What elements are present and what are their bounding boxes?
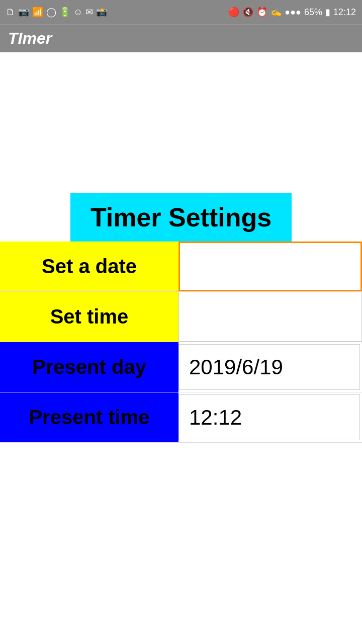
- mute-icon: 🔇: [242, 7, 253, 18]
- timer-icon: ◯: [46, 8, 56, 17]
- set-time-input[interactable]: [178, 292, 362, 342]
- main-content: Timer Settings Set a date Set time Prese…: [0, 52, 362, 443]
- set-date-input[interactable]: [178, 242, 362, 291]
- present-time-value: 12:12: [178, 394, 360, 440]
- bluetooth-icon: 🔴: [228, 7, 239, 18]
- camera-icon: 📸: [96, 8, 107, 17]
- app-title: TImer: [8, 29, 52, 48]
- present-day-label: Present day: [0, 342, 178, 392]
- network-icon: ●●●: [285, 7, 301, 18]
- heading-wrapper: Timer Settings: [0, 193, 362, 242]
- battery-icon: 🔋: [59, 8, 70, 17]
- set-time-row: Set time: [0, 292, 362, 342]
- clock-time: 12:12: [333, 7, 356, 18]
- present-time-label: Present time: [0, 392, 178, 442]
- present-time-row: Present time 12:12: [0, 392, 362, 443]
- status-icons-left: 🗋 📷 📶 ◯ 🔋 ☺ ✉ 📸: [6, 8, 107, 17]
- signal-icon: ✍: [270, 7, 282, 18]
- set-date-label: Set a date: [0, 242, 178, 291]
- set-time-label: Set time: [0, 292, 178, 342]
- settings-heading: Timer Settings: [70, 193, 292, 242]
- top-spacer: [0, 52, 362, 193]
- present-day-value: 2019/6/19: [178, 344, 360, 390]
- status-bar: 🗋 📷 📶 ◯ 🔋 ☺ ✉ 📸 🔴 🔇 ⏰ ✍ ●●● 65% ▮ 12:12: [0, 0, 362, 24]
- wechat-icon: ☺: [73, 8, 82, 17]
- file-icon: 🗋: [6, 8, 15, 17]
- status-right: 🔴 🔇 ⏰ ✍ ●●● 65% ▮ 12:12: [228, 7, 356, 18]
- battery-full-icon: ▮: [325, 7, 330, 18]
- email-icon: ✉: [85, 8, 93, 17]
- present-day-row: Present day 2019/6/19: [0, 342, 362, 392]
- alarm-icon: ⏰: [256, 7, 267, 18]
- app-bar: TImer: [0, 24, 362, 52]
- wifi-icon: 📶: [32, 8, 43, 17]
- battery-level: 65%: [304, 7, 322, 18]
- set-date-row: Set a date: [0, 242, 362, 292]
- image-icon: 📷: [18, 8, 29, 17]
